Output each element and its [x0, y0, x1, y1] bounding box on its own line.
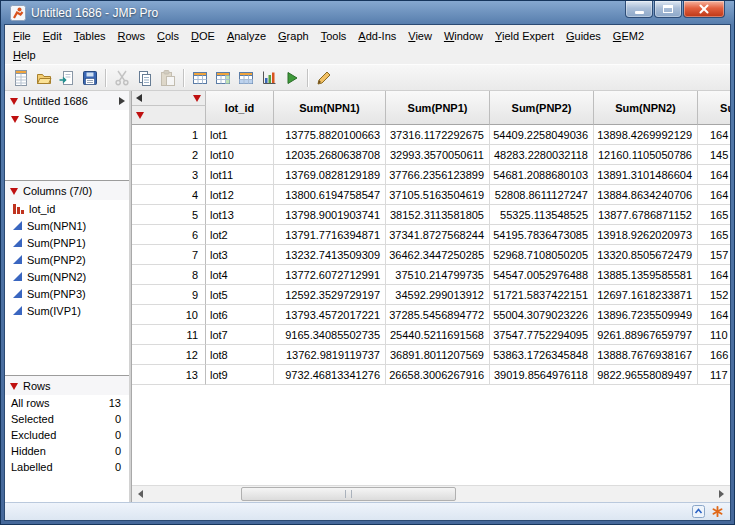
save-button[interactable] — [78, 67, 101, 89]
column-list-item[interactable]: Sum(PNP2) — [5, 251, 129, 268]
cell-sum-npn1[interactable]: 13791.7716394871 — [274, 225, 386, 245]
menu-item[interactable]: Guides — [560, 28, 607, 44]
cell-sum-npn1[interactable]: 13772.6072712991 — [274, 265, 386, 285]
run-script-button[interactable] — [280, 67, 303, 89]
cell-sum-pnp3[interactable]: 110 — [698, 325, 730, 345]
row-number[interactable]: 8 — [132, 265, 206, 285]
graph-button[interactable] — [257, 67, 280, 89]
cell-sum-pnp2[interactable]: 54681.2088680103 — [490, 165, 594, 185]
cell-sum-npn2[interactable]: 13884.8634240706 — [594, 185, 698, 205]
expand-arrow-icon[interactable] — [119, 97, 125, 105]
cell-sum-pnp2[interactable]: 54409.2258049036 — [490, 125, 594, 145]
columns-menu-icon[interactable] — [193, 95, 201, 102]
red-triangle-menu-icon[interactable] — [10, 98, 18, 105]
cell-sum-pnp2[interactable]: 52808.8611127247 — [490, 185, 594, 205]
cell-sum-npn2[interactable]: 12160.1105050786 — [594, 145, 698, 165]
cell-sum-pnp1[interactable]: 36462.3447250285 — [386, 245, 490, 265]
row-number[interactable]: 6 — [132, 225, 206, 245]
column-list-item[interactable]: Sum(PNP1) — [5, 234, 129, 251]
menu-item[interactable]: GEM2 — [607, 28, 650, 44]
column-header-sum-pnp1[interactable]: Sum(PNP1) — [386, 91, 490, 125]
scroll-left-button[interactable] — [132, 486, 149, 502]
copy-button[interactable] — [133, 67, 156, 89]
cell-sum-npn2[interactable]: 13888.7676938167 — [594, 345, 698, 365]
cut-button[interactable] — [110, 67, 133, 89]
menu-item[interactable]: Tables — [68, 28, 112, 44]
cell-sum-pnp1[interactable]: 37316.1172292675 — [386, 125, 490, 145]
cell-sum-npn2[interactable]: 13891.3101486604 — [594, 165, 698, 185]
menu-item[interactable]: File — [7, 28, 37, 44]
data-table-button[interactable] — [188, 67, 211, 89]
row-number[interactable]: 10 — [132, 305, 206, 325]
cell-sum-pnp1[interactable]: 38152.3113581805 — [386, 205, 490, 225]
rows-menu-icon[interactable] — [136, 112, 144, 119]
red-triangle-menu-icon[interactable] — [11, 116, 19, 123]
cell-lot-id[interactable]: lot2 — [206, 225, 274, 245]
rows-stat[interactable]: Excluded 0 — [5, 427, 129, 443]
new-data-table-button[interactable] — [9, 67, 32, 89]
row-number[interactable]: 11 — [132, 325, 206, 345]
menu-item[interactable]: Add-Ins — [352, 28, 402, 44]
cell-sum-npn1[interactable]: 13800.6194758547 — [274, 185, 386, 205]
cell-sum-npn2[interactable]: 13320.8505672479 — [594, 245, 698, 265]
rows-panel-header[interactable]: Rows — [5, 376, 129, 395]
cell-lot-id[interactable]: lot8 — [206, 345, 274, 365]
column-list-item[interactable]: Sum(IVP1) — [5, 302, 129, 319]
cell-sum-pnp3[interactable]: 164 — [698, 305, 730, 325]
cell-sum-pnp1[interactable]: 26658.3006267916 — [386, 365, 490, 385]
cell-sum-pnp2[interactable]: 48283.2280032118 — [490, 145, 594, 165]
cell-sum-pnp3[interactable]: 157 — [698, 245, 730, 265]
column-header-lot-id[interactable]: lot_id — [206, 91, 274, 125]
cell-sum-pnp1[interactable]: 37341.8727568244 — [386, 225, 490, 245]
rows-stat[interactable]: Labelled 0 — [5, 459, 129, 475]
cell-sum-pnp3[interactable]: 164 — [698, 165, 730, 185]
column-header-sum-npn2[interactable]: Sum(NPN2) — [594, 91, 698, 125]
cell-lot-id[interactable]: lot13 — [206, 205, 274, 225]
red-triangle-menu-icon[interactable] — [10, 188, 18, 195]
cell-sum-npn1[interactable]: 13775.8820100663 — [274, 125, 386, 145]
paste-button[interactable] — [156, 67, 179, 89]
cell-sum-pnp2[interactable]: 51721.5837422151 — [490, 285, 594, 305]
join-table-button[interactable] — [234, 67, 257, 89]
cell-lot-id[interactable]: lot10 — [206, 145, 274, 165]
jmp-status-icon[interactable] — [711, 505, 724, 518]
cell-sum-npn1[interactable]: 13762.9819119737 — [274, 345, 386, 365]
title-bar[interactable]: Untitled 1686 - JMP Pro — [4, 1, 731, 24]
source-item[interactable]: Source — [5, 110, 129, 128]
row-number[interactable]: 4 — [132, 185, 206, 205]
cell-sum-npn2[interactable]: 13877.6786871152 — [594, 205, 698, 225]
horizontal-scrollbar[interactable] — [132, 485, 730, 502]
table-panel-header[interactable]: Untitled 1686 — [5, 91, 129, 110]
cell-sum-pnp2[interactable]: 53863.1726345848 — [490, 345, 594, 365]
row-number[interactable]: 12 — [132, 345, 206, 365]
menu-item[interactable]: Graph — [272, 28, 315, 44]
cell-sum-pnp1[interactable]: 32993.3570050611 — [386, 145, 490, 165]
scroll-right-button[interactable] — [713, 486, 730, 502]
menu-item[interactable]: DOE — [185, 28, 221, 44]
red-triangle-menu-icon[interactable] — [10, 383, 18, 390]
cell-sum-pnp3[interactable]: 145 — [698, 145, 730, 165]
menu-item[interactable]: Analyze — [221, 28, 272, 44]
cell-lot-id[interactable]: lot12 — [206, 185, 274, 205]
menu-item[interactable]: Edit — [37, 28, 68, 44]
cell-lot-id[interactable]: lot7 — [206, 325, 274, 345]
cell-lot-id[interactable]: lot11 — [206, 165, 274, 185]
cell-sum-pnp3[interactable]: 165 — [698, 225, 730, 245]
row-number[interactable]: 1 — [132, 125, 206, 145]
cell-sum-pnp3[interactable]: 164 — [698, 185, 730, 205]
cell-lot-id[interactable]: lot4 — [206, 265, 274, 285]
column-header-sum-pnp2[interactable]: Sum(PNP2) — [490, 91, 594, 125]
row-number[interactable]: 5 — [132, 205, 206, 225]
cell-sum-npn1[interactable]: 13793.4572017221 — [274, 305, 386, 325]
cell-sum-npn1[interactable]: 9165.34085502735 — [274, 325, 386, 345]
cell-sum-npn1[interactable]: 13798.9001903741 — [274, 205, 386, 225]
cell-lot-id[interactable]: lot1 — [206, 125, 274, 145]
open-button[interactable] — [32, 67, 55, 89]
cell-sum-pnp3[interactable]: 152 — [698, 285, 730, 305]
cell-sum-pnp2[interactable]: 39019.8564976118 — [490, 365, 594, 385]
cell-sum-pnp1[interactable]: 37285.5456894772 — [386, 305, 490, 325]
cell-sum-npn1[interactable]: 12592.3529729197 — [274, 285, 386, 305]
column-header-sum-pnp3[interactable]: Sum(PNP3) — [698, 91, 730, 125]
cell-sum-pnp1[interactable]: 34592.299013912 — [386, 285, 490, 305]
menu-item[interactable]: View — [402, 28, 438, 44]
